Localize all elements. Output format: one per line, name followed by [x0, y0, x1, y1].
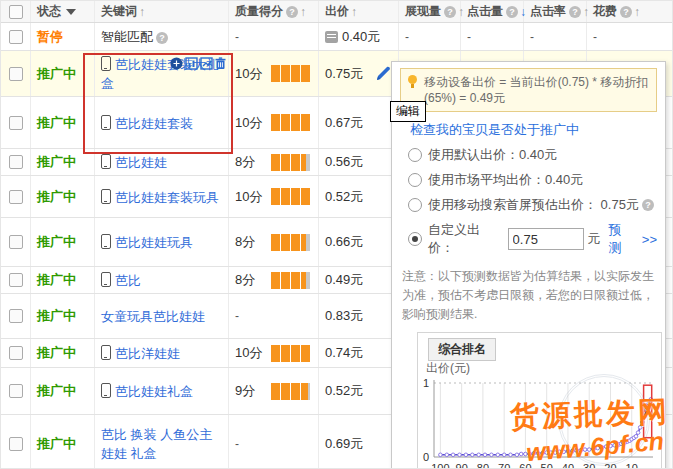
rank-chart-box: 综合排名 出价(元) 10090807060504030201010 — [417, 332, 662, 469]
list-square-icon — [325, 31, 338, 43]
quality-score-bars — [271, 65, 310, 82]
bid-value: 0.52元 — [325, 188, 363, 206]
help-icon[interactable]: ? — [569, 6, 581, 18]
radio-button[interactable] — [408, 148, 422, 162]
keyword-cell[interactable]: 芭比娃娃玩具 — [95, 218, 229, 266]
status-cell: 推广中 — [31, 176, 95, 217]
col-header-label: 关键词 — [101, 3, 137, 20]
col-header-label: 点击量 — [467, 3, 503, 20]
col-header-quality[interactable]: 质量得分?↑ — [229, 1, 319, 22]
bid-option-label: 使用市场平均出价：0.40元 — [428, 171, 583, 189]
help-icon[interactable]: ? — [444, 6, 456, 18]
row-select-cell — [1, 368, 31, 414]
badge-circle-icon[interactable] — [170, 57, 183, 70]
help-icon[interactable]: ? — [642, 199, 654, 211]
keyword-text[interactable]: 芭比 — [101, 270, 141, 290]
keyword-text[interactable]: 芭比洋娃娃 — [101, 343, 180, 363]
keyword-cell[interactable]: 女童玩具芭比娃娃 — [95, 294, 229, 338]
quality-score-text: 9分 — [235, 382, 265, 400]
tab-composite-rank[interactable]: 综合排名 — [428, 338, 496, 361]
sort-asc-icon[interactable]: ↑ — [139, 5, 145, 19]
bid-option-0[interactable]: 使用默认出价：0.40元 — [408, 146, 657, 164]
radio-button[interactable] — [408, 198, 422, 212]
keyword-cell[interactable]: 芭比娃娃套装玩具 — [95, 176, 229, 217]
row-checkbox[interactable] — [9, 190, 23, 204]
keyword-text[interactable]: 芭比 换装 人鱼公主娃娃 礼盒 — [101, 425, 222, 463]
row-checkbox[interactable] — [9, 437, 23, 451]
row-checkbox[interactable] — [9, 235, 23, 249]
help-icon[interactable]: ? — [156, 32, 168, 44]
bid-option-label: 自定义出价： — [428, 221, 504, 257]
bid-cell: 0.75元 — [319, 51, 399, 96]
col-header-label: 展现量 — [405, 3, 441, 20]
row-checkbox[interactable] — [9, 67, 23, 81]
keyword-cell[interactable]: 芭比洋娃娃 — [95, 339, 229, 367]
sort-asc-icon[interactable]: ↑ — [351, 5, 357, 19]
bid-option-3[interactable]: 自定义出价：元预测>> — [408, 221, 657, 257]
sort-asc-icon[interactable]: ↑ — [634, 5, 640, 19]
predict-more-link[interactable]: >> — [642, 232, 657, 247]
trend-line-icon[interactable] — [200, 57, 213, 70]
bid-cell: 0.67元 — [319, 97, 399, 148]
quality-score-cell: 8分 — [229, 267, 319, 293]
keyword-text[interactable]: 芭比娃娃套装玩具 — [101, 187, 219, 207]
col-header-cost[interactable]: 花费?↑ — [587, 1, 673, 22]
keyword-cell[interactable]: 智能匹配? — [95, 23, 229, 50]
status-badge: 推广中 — [37, 344, 76, 362]
col-header-label: 花费 — [593, 3, 617, 20]
help-icon[interactable]: ? — [506, 6, 518, 18]
row-checkbox[interactable] — [9, 384, 23, 398]
keyword-cell[interactable]: 芭比娃娃套装大礼盒 — [95, 51, 229, 96]
radio-button[interactable] — [408, 173, 422, 187]
trash-icon[interactable] — [215, 57, 226, 70]
keyword-text[interactable]: 芭比娃娃礼盒 — [101, 381, 193, 401]
pencil-icon[interactable] — [375, 65, 392, 85]
keyword-text[interactable]: 芭比娃娃 — [101, 152, 167, 172]
prediction-note: 注意：以下预测数据皆为估算结果，以实际发生为准，预估不考虑日限额，若您的日限额过… — [402, 267, 655, 324]
check-promotion-link[interactable]: 检查我的宝贝是否处于推广中 — [410, 121, 657, 139]
quality-score-bars — [271, 383, 310, 400]
svg-text:60: 60 — [519, 462, 531, 469]
quality-score-text: 10分 — [235, 344, 265, 362]
status-badge: 推广中 — [37, 188, 76, 206]
keyword-text[interactable]: 芭比娃娃套装 — [101, 113, 193, 133]
row-checkbox[interactable] — [9, 309, 23, 323]
row-checkbox[interactable] — [9, 155, 23, 169]
status-badge: 推广中 — [37, 271, 76, 289]
col-header-bid[interactable]: 出价↑ — [319, 1, 399, 22]
sort-asc-icon[interactable]: ↑ — [300, 5, 306, 19]
row-checkbox[interactable] — [9, 116, 23, 130]
radio-button[interactable] — [408, 232, 422, 246]
help-icon[interactable]: ? — [620, 6, 632, 18]
caret-down-icon[interactable] — [66, 9, 76, 15]
keyword-text[interactable]: 芭比娃娃玩具 — [101, 232, 193, 252]
keyword-text[interactable]: 智能匹配? — [101, 28, 168, 46]
row-checkbox[interactable] — [9, 30, 23, 44]
col-header-impressions[interactable]: 展现量?↑ — [399, 1, 461, 22]
col-header-clicks[interactable]: 点击量?↓ — [461, 1, 524, 22]
help-icon[interactable]: ? — [286, 6, 298, 18]
select-all-checkbox[interactable] — [9, 5, 23, 19]
bid-option-2[interactable]: 使用移动搜索首屏预估出价： 0.75元? — [408, 196, 657, 214]
row-checkbox[interactable] — [9, 346, 23, 360]
bid-rank-chart: 10090807060504030201010 — [418, 375, 661, 469]
keyword-cell[interactable]: 芭比娃娃礼盒 — [95, 368, 229, 414]
lightbulb-icon — [408, 75, 418, 89]
predict-link[interactable]: 预测 — [609, 221, 634, 257]
col-header-ctr[interactable]: 点击率?↑ — [524, 1, 587, 22]
bid-option-1[interactable]: 使用市场平均出价：0.40元 — [408, 171, 657, 189]
row-checkbox[interactable] — [9, 273, 23, 287]
keyword-cell[interactable]: 芭比娃娃套装 — [95, 97, 229, 148]
col-header-status[interactable]: 状态 — [31, 1, 95, 22]
keyword-cell[interactable]: 芭比 换装 人鱼公主娃娃 礼盒 — [95, 415, 229, 469]
keyword-text[interactable]: 女童玩具芭比娃娃 — [101, 307, 205, 326]
col-header-keyword[interactable]: 关键词↑ — [95, 1, 229, 22]
custom-bid-input[interactable] — [508, 228, 584, 250]
keyword-cell[interactable]: 芭比娃娃 — [95, 149, 229, 175]
quality-score-cell: 10分 — [229, 176, 319, 217]
status-cell: 推广中 — [31, 51, 95, 96]
bid-value: 0.52元 — [325, 382, 363, 400]
quality-score-cell: - — [229, 415, 319, 469]
bar-chart-icon[interactable] — [185, 57, 198, 70]
keyword-cell[interactable]: 芭比 — [95, 267, 229, 293]
